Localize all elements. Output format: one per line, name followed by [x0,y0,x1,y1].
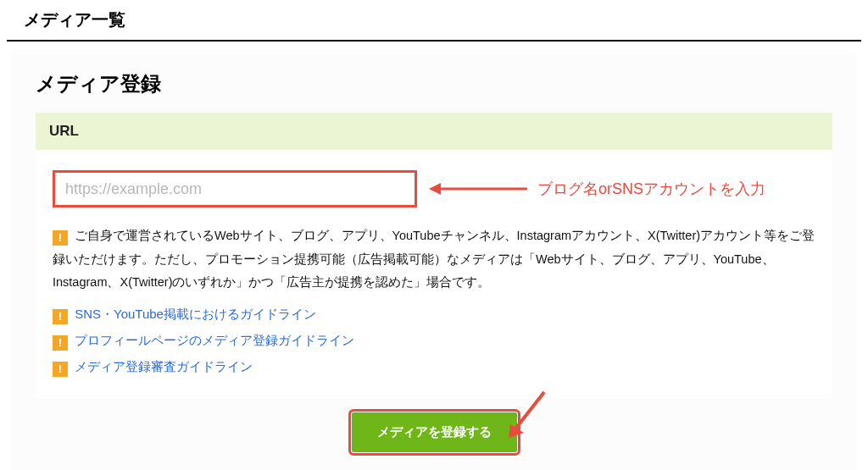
warning-badge-icon: ! [53,230,68,246]
guideline-link-review[interactable]: メディア登録審査ガイドライン [75,359,253,373]
url-input[interactable] [53,170,417,207]
section-url-header: URL [36,113,832,150]
arrow-down-icon [502,387,553,450]
svg-marker-1 [429,183,441,195]
panel-title: メディア登録 [36,70,832,97]
list-item: ! SNS・YouTube掲載におけるガイドライン [53,307,815,324]
svg-line-2 [514,392,544,431]
warning-badge-icon: ! [53,309,68,324]
media-register-panel: メディア登録 URL ブログ名orSNSアカウントを入力 ! ご自身で運営されて… [12,53,856,470]
warning-badge-icon: ! [53,335,68,351]
guideline-links: ! SNS・YouTube掲載におけるガイドライン ! プロフィールページのメデ… [53,307,815,377]
form-area: ブログ名orSNSアカウントを入力 ! ご自身で運営されているWebサイト、ブロ… [36,150,832,399]
list-item: ! メディア登録審査ガイドライン [53,359,815,377]
arrow-left-icon [427,179,529,199]
page-title: メディア一覧 [7,0,861,41]
url-input-row: ブログ名orSNSアカウントを入力 [53,170,815,207]
description-text: ! ご自身で運営されているWebサイト、ブログ、アプリ、YouTubeチャンネル… [53,224,815,295]
guideline-link-sns-youtube[interactable]: SNS・YouTube掲載におけるガイドライン [75,307,316,321]
warning-badge-icon: ! [53,362,68,377]
input-annotation: ブログ名orSNSアカウントを入力 [537,179,765,199]
description-body: ご自身で運営されているWebサイト、ブログ、アプリ、YouTubeチャンネル、I… [53,229,815,289]
submit-row: メディアを登録する [36,412,832,452]
list-item: ! プロフィールページのメディア登録ガイドライン [53,333,815,351]
guideline-link-profile[interactable]: プロフィールページのメディア登録ガイドライン [75,333,354,347]
register-media-button[interactable]: メディアを登録する [352,412,517,452]
